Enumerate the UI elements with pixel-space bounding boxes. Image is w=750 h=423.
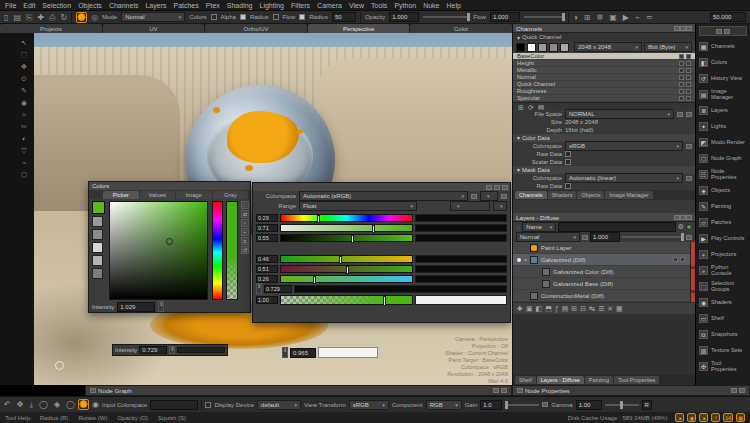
expander-icon[interactable]: ▾ [517, 34, 520, 41]
palette-tab[interactable]: ◈ Objects [696, 182, 750, 198]
lock-icon[interactable] [686, 54, 691, 59]
palette-tab[interactable]: ◧ Colors [696, 54, 750, 70]
sphere-icon[interactable]: ◉ [92, 400, 99, 409]
channel-depth-dropdown[interactable]: 8bit (Byte)▾ [644, 42, 692, 52]
history-swatch[interactable] [92, 229, 103, 240]
quick-channel-row[interactable]: ▾ Quick Channel [513, 33, 695, 41]
lock-icon[interactable] [686, 96, 691, 101]
current-color-swatch[interactable] [92, 201, 105, 214]
intensity-field[interactable]: 1.029 [117, 302, 155, 312]
eraser-icon[interactable]: ◎ [91, 12, 98, 23]
nav-tool-icon[interactable]: ◯ [39, 400, 48, 410]
palette-tab[interactable]: ⬡ Node Graph [696, 150, 750, 166]
paint-brush-icon[interactable] [76, 12, 87, 23]
menu-item[interactable]: View [349, 2, 364, 9]
paint-mode-dropdown[interactable]: Normal▾ [121, 12, 185, 22]
expander-icon[interactable]: ▾ [517, 167, 520, 173]
input-colorspace-field[interactable] [150, 400, 198, 410]
alpha-checkbox[interactable] [211, 14, 217, 20]
tool-icon[interactable]: ⬡ [21, 171, 27, 179]
option-button[interactable] [686, 112, 692, 117]
expander-icon[interactable]: ▾ [517, 135, 520, 141]
tab-color[interactable]: Color [410, 24, 512, 33]
option-button[interactable] [686, 144, 692, 149]
tool-icon[interactable]: ↖ [21, 39, 27, 47]
status-warning-icon[interactable]: ● [675, 413, 684, 422]
window-button[interactable] [686, 26, 692, 31]
mask-icon[interactable] [673, 257, 678, 262]
palette-tab[interactable]: ▭ Shelf [696, 310, 750, 326]
secondary-dropdown[interactable]: ▾ [450, 201, 490, 211]
scalar-data-checkbox[interactable] [565, 159, 571, 165]
layer-action-icon[interactable]: ▦ [616, 305, 623, 313]
layer-row[interactable]: Galvanized Color (Diff) [513, 266, 695, 278]
file-action-icon[interactable]: ↻ [60, 12, 67, 23]
palette-tab[interactable]: ▨ Texture Sets [696, 342, 750, 358]
palette-tab[interactable]: ▦ Channels [696, 38, 750, 54]
channel-row[interactable]: Quick Channel [513, 81, 695, 88]
intensity-field[interactable]: 0.729 [139, 346, 167, 354]
slider-thumb[interactable] [467, 13, 470, 21]
hue-strip[interactable] [212, 201, 223, 300]
menu-item[interactable]: Shading [227, 2, 253, 9]
cache-icon[interactable] [679, 54, 684, 59]
alpha-slider[interactable] [280, 295, 413, 305]
tool-icon[interactable]: ≈ [22, 111, 26, 119]
status-warning-icon[interactable]: ◉ [687, 413, 696, 422]
gray-swatch[interactable] [538, 43, 547, 52]
gear-icon[interactable]: ⚙ [678, 223, 684, 231]
window-button[interactable] [486, 185, 492, 190]
view-transform-dropdown[interactable]: sRGB▾ [349, 400, 389, 410]
slider-marker[interactable] [346, 266, 349, 274]
palette-tab[interactable]: ◩ Modo Render [696, 134, 750, 150]
menu-item[interactable]: Tools [371, 2, 387, 9]
window-button[interactable] [502, 185, 508, 190]
file-action-icon[interactable]: ▤ [13, 12, 21, 23]
flow-slider[interactable] [524, 16, 564, 18]
projection-icon[interactable]: ◑ [573, 12, 578, 23]
visibility-icon[interactable] [680, 257, 685, 262]
viewport-canvas[interactable]: ↖⬚✥⊙✎◉≈✂◐▽⌁⬡ Camera : PerspectiveProject… [0, 33, 512, 385]
cache-icon[interactable] [679, 89, 684, 94]
mini-dropdown[interactable]: ▾ [493, 201, 507, 211]
blue-slider[interactable] [280, 275, 413, 283]
palette-tab[interactable]: ✎ Painting [696, 198, 750, 214]
nav-tool-icon[interactable]: ✥ [17, 400, 24, 410]
cache-icon[interactable] [679, 96, 684, 101]
red-slider[interactable] [280, 255, 413, 263]
sample-color-swatch[interactable] [318, 347, 378, 358]
layer-action-icon[interactable]: ƒ [555, 305, 559, 312]
component-dropdown[interactable]: RGB▾ [426, 400, 462, 410]
eyedropper-icon[interactable]: ◌ [241, 201, 249, 209]
slider-marker[interactable] [313, 276, 316, 284]
raw-data-checkbox[interactable] [565, 151, 571, 157]
tab-objects[interactable]: Objects [577, 191, 604, 199]
paint-buffer-field[interactable]: 50.000 [710, 12, 746, 22]
opacity-slider[interactable] [423, 16, 469, 18]
menu-item[interactable]: Patches [173, 2, 198, 9]
tab-projects[interactable]: Projects [0, 24, 102, 33]
gray-swatch[interactable] [560, 43, 569, 52]
radius2-checkbox[interactable] [299, 14, 305, 20]
layers-panel-header[interactable]: Layers - Diffuse [513, 213, 695, 222]
status-warning-icon[interactable]: ! [711, 413, 720, 422]
window-button[interactable] [494, 185, 500, 190]
palette-tab[interactable]: ⬚ Selection Groups [696, 278, 750, 294]
file-action-icon[interactable]: ⎘ [26, 12, 32, 23]
gain-slider[interactable] [505, 404, 539, 406]
mid-intensity-field[interactable]: 0.729 [264, 285, 292, 293]
palette-tab[interactable]: ✠ Tool Properties [696, 358, 750, 374]
menu-item[interactable]: Layers [145, 2, 166, 9]
colorspace-dropdown[interactable]: sRGB▾ [565, 141, 683, 151]
flow-checkbox[interactable] [273, 14, 279, 20]
sample-value-field[interactable]: 0.965 [290, 348, 316, 358]
window-button[interactable] [90, 388, 96, 393]
node-properties-bar[interactable]: Node Properties [512, 385, 750, 396]
cache-icon[interactable] [679, 82, 684, 87]
file-space-dropdown[interactable]: NORMAL▾ [565, 109, 674, 119]
layer-action-icon[interactable]: ◧ [536, 305, 543, 313]
sync-status-icon[interactable] [686, 224, 692, 230]
slider-marker[interactable] [317, 215, 320, 223]
tool-icon[interactable]: ⌁ [22, 159, 26, 167]
black-swatch[interactable] [516, 43, 525, 52]
